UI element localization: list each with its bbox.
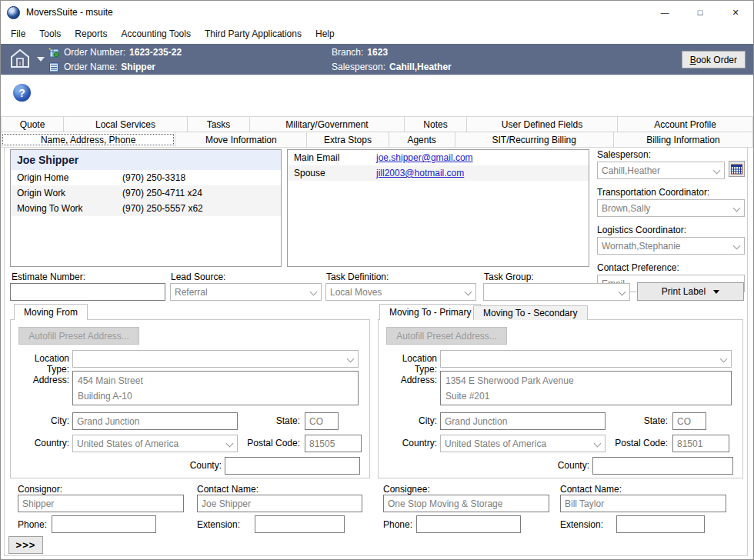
city-input[interactable] bbox=[72, 412, 238, 430]
lead-source-label: Lead Source: bbox=[171, 272, 225, 282]
tab-military-government[interactable]: Military/Government bbox=[250, 117, 405, 132]
window-title: MoversSuite - msuite bbox=[26, 7, 647, 18]
lead-source-combo[interactable]: Referral bbox=[170, 283, 322, 301]
county-label: County: bbox=[532, 460, 589, 471]
name-address-phone-page: Joe Shipper Origin Home (970) 250-3318 O… bbox=[1, 148, 753, 560]
salesperson-value: Cahill,Heather bbox=[389, 62, 452, 72]
menu-third-party-applications[interactable]: Third Party Applications bbox=[198, 25, 309, 42]
postal-code-input[interactable] bbox=[305, 435, 362, 452]
menu-tools[interactable]: Tools bbox=[32, 25, 68, 42]
county-input[interactable] bbox=[225, 457, 360, 475]
consignee-contact-name-input[interactable] bbox=[560, 495, 726, 512]
postal-code-label: Postal Code: bbox=[608, 438, 668, 448]
tab-account-profile[interactable]: Account Profile bbox=[618, 117, 753, 132]
address-label: Address: bbox=[379, 375, 437, 385]
coordinators-panel: Salesperson: Cahill,Heather Transportati… bbox=[597, 149, 745, 292]
tab-tasks[interactable]: Tasks bbox=[188, 117, 250, 132]
address-box[interactable]: 1354 E Sherwood Park Avenue Suite #201 bbox=[440, 371, 732, 405]
country-combo[interactable]: United States of America bbox=[72, 435, 238, 452]
tab-local-services[interactable]: Local Services bbox=[64, 117, 188, 132]
location-type-label: Location Type: bbox=[11, 353, 69, 375]
consignor-extension-input[interactable] bbox=[255, 515, 345, 533]
county-label: County: bbox=[165, 460, 222, 471]
consignee-phone-input[interactable] bbox=[416, 515, 521, 533]
book-order-button[interactable]: Book Order bbox=[682, 51, 746, 68]
tab-billing-information[interactable]: Billing Information bbox=[614, 132, 753, 147]
email-type-label: Spouse bbox=[288, 168, 376, 178]
phone-type-label: Origin Work bbox=[11, 188, 122, 198]
close-icon[interactable]: ✕ bbox=[718, 1, 753, 24]
consignee-extension-label: Extension: bbox=[560, 519, 603, 530]
tab-move-information[interactable]: Move Information bbox=[175, 132, 307, 147]
menu-help[interactable]: Help bbox=[309, 25, 342, 42]
location-type-combo[interactable] bbox=[440, 350, 732, 368]
city-label: City: bbox=[11, 415, 69, 426]
phone-row: Origin Home (970) 250-3318 bbox=[11, 170, 281, 185]
email-panel: Main Email joe.shipper@gmail.com Spouse … bbox=[287, 149, 589, 267]
svg-text:i: i bbox=[19, 60, 21, 67]
county-input[interactable] bbox=[592, 457, 733, 475]
home-menu-button[interactable]: i bbox=[1, 48, 48, 72]
tab-quote[interactable]: Quote bbox=[1, 117, 64, 132]
task-definition-combo[interactable]: Local Moves bbox=[325, 283, 476, 301]
menu-accounting-tools[interactable]: Accounting Tools bbox=[114, 25, 198, 42]
consignor-phone-input[interactable] bbox=[52, 515, 156, 533]
menu-reports[interactable]: Reports bbox=[68, 25, 114, 42]
application-window: MoversSuite - msuite — □ ✕ File Tools Re… bbox=[0, 0, 754, 560]
estimate-number-input[interactable] bbox=[10, 283, 165, 301]
address-label: Address: bbox=[11, 375, 69, 385]
logistics-coordinator-label: Logistics Coordinator: bbox=[597, 225, 745, 235]
moving-to-group: Autofill Preset Address... Location Type… bbox=[378, 319, 743, 478]
menu-file[interactable]: File bbox=[4, 25, 32, 42]
salesperson-field-label: Salesperson: bbox=[597, 149, 745, 160]
consignor-extension-label: Extension: bbox=[197, 519, 240, 530]
consignor-contact-name-input[interactable] bbox=[197, 495, 362, 512]
email-link[interactable]: jill2003@hotmail.com bbox=[376, 168, 464, 178]
tab-moving-to-primary[interactable]: Moving To - Primary bbox=[379, 304, 481, 320]
salesperson-combo[interactable]: Cahill,Heather bbox=[597, 162, 725, 179]
phone-number: (970) 250-4711 x24 bbox=[122, 188, 202, 198]
order-header-bar: i Order Number: 1623-235-22 bbox=[1, 44, 753, 75]
task-group-combo[interactable] bbox=[483, 283, 630, 301]
tab-sit-recurring-billing[interactable]: SIT/Recurring Billing bbox=[455, 132, 614, 147]
chevron-down-icon bbox=[465, 288, 472, 296]
city-input[interactable] bbox=[440, 412, 606, 430]
logistics-coordinator-combo[interactable]: Wornath,Stephanie bbox=[597, 237, 745, 255]
consignor-contact-name-label: Contact Name: bbox=[197, 484, 259, 495]
tab-name-address-phone[interactable]: Name, Address, Phone bbox=[1, 132, 175, 147]
location-type-combo[interactable] bbox=[72, 350, 359, 368]
expand-button[interactable]: >>> bbox=[8, 536, 43, 554]
calendar-button[interactable] bbox=[729, 161, 745, 177]
tab-extra-stops[interactable]: Extra Stops bbox=[307, 132, 389, 147]
state-label: State: bbox=[631, 415, 668, 426]
tab-agents[interactable]: Agents bbox=[389, 132, 455, 147]
consignee-input[interactable] bbox=[383, 495, 549, 512]
order-number-label: Order Number: bbox=[64, 47, 125, 58]
postal-code-input[interactable] bbox=[672, 435, 729, 452]
transportation-coordinator-combo[interactable]: Brown,Sally bbox=[597, 199, 745, 217]
help-icon[interactable]: ? bbox=[13, 84, 31, 102]
tab-notes[interactable]: Notes bbox=[405, 117, 467, 132]
consignee-extension-input[interactable] bbox=[616, 515, 705, 533]
chevron-down-icon bbox=[310, 288, 318, 296]
address-box[interactable]: 454 Main Street Building A-10 bbox=[72, 371, 359, 405]
state-input[interactable] bbox=[305, 412, 339, 430]
phone-number: (970) 250-3318 bbox=[122, 172, 185, 183]
tab-strip: Quote Local Services Tasks Military/Gove… bbox=[1, 116, 753, 148]
country-combo[interactable]: United States of America bbox=[440, 435, 606, 452]
phone-type-label: Moving To Work bbox=[11, 203, 122, 214]
state-input[interactable] bbox=[672, 412, 706, 430]
menu-bar: File Tools Reports Accounting Tools Thir… bbox=[1, 24, 753, 44]
print-label-button[interactable]: Print Label bbox=[637, 282, 744, 301]
email-row: Spouse jill2003@hotmail.com bbox=[288, 165, 589, 181]
tab-moving-to-secondary[interactable]: Moving To - Secondary bbox=[473, 305, 588, 320]
tab-user-defined-fields[interactable]: User Defined Fields bbox=[467, 117, 618, 132]
consignor-input[interactable] bbox=[18, 495, 184, 512]
salesperson-label: Salesperson: bbox=[332, 62, 385, 72]
maximize-icon[interactable]: □ bbox=[682, 1, 718, 24]
email-link[interactable]: joe.shipper@gmail.com bbox=[376, 152, 473, 163]
order-name-label: Order Name: bbox=[64, 62, 117, 72]
tab-moving-from[interactable]: Moving From bbox=[14, 304, 88, 320]
country-label: Country: bbox=[379, 438, 437, 448]
minimize-icon[interactable]: — bbox=[647, 1, 682, 24]
